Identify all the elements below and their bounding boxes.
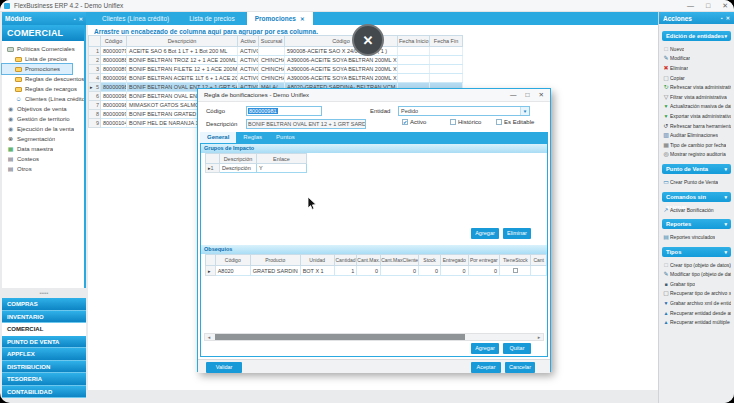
module-button[interactable]: INVENTARIO	[2, 311, 86, 324]
module-button[interactable]: DISTRIBUCION	[2, 361, 86, 374]
document-tab[interactable]: Promociones ✕	[247, 12, 313, 25]
dialog-maximize-button[interactable]: □	[526, 91, 530, 99]
module-button[interactable]: CONTABILIDAD	[2, 386, 86, 399]
column-header[interactable]: Entregado	[441, 255, 469, 266]
tree-item[interactable]: Segmentación	[2, 134, 84, 144]
action-item[interactable]: Exportar vista administrativa	[662, 111, 731, 121]
panel-splitter[interactable]: •••••	[2, 289, 86, 297]
action-item[interactable]: Tipo de cambio por fecha	[662, 140, 731, 150]
document-tab[interactable]: Clientes (Línea crédito)	[94, 12, 181, 25]
tree-item[interactable]: Gestión de territorio	[2, 114, 84, 124]
checkbox-icon[interactable]	[496, 119, 502, 125]
tree-item[interactable]: Clientes (Línea crédito)	[2, 94, 84, 104]
dialog-tab[interactable]: Puntos	[269, 132, 302, 143]
accept-button[interactable]: Aceptar	[471, 362, 501, 373]
column-header[interactable]: Cantidad	[334, 255, 357, 266]
action-item[interactable]: Filtrar vista administrativa	[662, 92, 731, 102]
action-item[interactable]: Crear Punto de Venta	[662, 177, 731, 187]
es-editable-checkbox[interactable]: Es Editable	[496, 119, 534, 125]
tree-item[interactable]: Otros	[2, 164, 84, 174]
checkbox-icon[interactable]	[513, 268, 518, 273]
table-row[interactable]: 1 ▸ Descripción Y	[206, 164, 307, 173]
action-item[interactable]: Modificar tipo (objeto de datos)	[662, 270, 731, 280]
action-item[interactable]: Copiar	[662, 73, 731, 83]
pin-icon[interactable]: ▪	[721, 15, 723, 21]
cancel-button[interactable]: Cancelar	[505, 362, 535, 373]
module-button[interactable]: PUNTO DE VENTA	[2, 336, 86, 349]
action-item[interactable]: Actualización masiva de datos	[662, 102, 731, 112]
action-item[interactable]: Refrescar vista administrativa	[662, 82, 731, 92]
column-header[interactable]: Cant.MaxCliente	[381, 255, 419, 266]
table-row[interactable]: 4 800000980 BONIF BELTRAN ACEITE 1LT 6 +…	[89, 74, 463, 83]
action-item[interactable]: Activar Bonificación	[662, 205, 731, 215]
section-header-comandos[interactable]: Comandos sin asignar▾	[662, 192, 731, 202]
action-item[interactable]: Nuevo	[662, 44, 731, 54]
tab-close-icon[interactable]: ✕	[300, 16, 305, 22]
column-header[interactable]: Descripción	[220, 154, 257, 164]
tree-item[interactable]: Promociones	[2, 64, 72, 74]
codigo-field[interactable]: 800000981	[246, 106, 322, 116]
horizontal-scrollbar[interactable]: ◂ ▸	[204, 333, 544, 341]
column-header[interactable]: Sucursal	[259, 36, 285, 47]
activo-checkbox[interactable]: ✔ Activo	[402, 119, 426, 125]
dialog-tab[interactable]: Reglas	[236, 132, 269, 143]
scroll-left-icon[interactable]: ◂	[205, 334, 213, 340]
action-item[interactable]: Mostrar registro auditoría	[662, 150, 731, 160]
column-header[interactable]: Fecha Inicio	[398, 36, 430, 47]
dialog-minimize-button[interactable]: —	[510, 91, 517, 99]
dialog-close-button[interactable]: ✕	[539, 91, 544, 99]
section-header-reportes[interactable]: Reportes▾	[662, 219, 731, 229]
action-item[interactable]: Auditar Eliminaciones	[662, 130, 731, 140]
tree-item[interactable]: Reglas de recargos	[2, 84, 84, 94]
historico-checkbox[interactable]: Histórico	[450, 119, 481, 125]
action-item[interactable]: Modificar	[662, 54, 731, 64]
column-header[interactable]: Cant.Max.	[357, 255, 381, 266]
section-header-tipos[interactable]: Tipos▾	[662, 247, 731, 257]
gifts-add-button[interactable]: Agregar	[471, 343, 499, 354]
column-header[interactable]: Descripción	[127, 36, 238, 47]
module-button[interactable]: TESORERIA	[2, 373, 86, 386]
validate-button[interactable]: Validar	[206, 362, 242, 373]
module-button[interactable]: COMPRAS	[2, 298, 86, 311]
overlay-close-button[interactable]: ✕	[352, 24, 384, 56]
checkbox-icon[interactable]	[450, 119, 456, 125]
section-header-edicion[interactable]: Edición de entidades▾	[662, 31, 731, 41]
tree-item[interactable]: Reglas de descuentos	[2, 74, 84, 84]
action-item[interactable]: Reportes vinculados	[662, 232, 731, 242]
column-header[interactable]: Código	[101, 36, 127, 47]
table-row[interactable]: 1 800000791 ACEITE SAO 6 Bot 1 LT + 1 Bo…	[89, 47, 463, 56]
table-row[interactable]: ▸ A8020 GRATED SARDIN BOT X 1 1 0 0 0 0 …	[206, 266, 547, 276]
document-tab[interactable]: Lista de precios	[181, 12, 247, 25]
column-header[interactable]: Activo	[238, 36, 259, 47]
cell-enlace[interactable]: Y	[257, 164, 307, 173]
tree-item[interactable]: Lista de precios	[2, 54, 84, 64]
impact-delete-button[interactable]: Eliminar	[503, 228, 531, 239]
module-button[interactable]: COMERCIAL	[2, 323, 86, 336]
table-row[interactable]: 3 800000895 BONIF BELTRAN FILETE 12 + 1 …	[89, 65, 463, 74]
column-header[interactable]: Por entregar	[468, 255, 500, 266]
pin-icon[interactable]: ▪	[74, 16, 76, 22]
gifts-remove-button[interactable]: Quitar	[503, 343, 531, 354]
column-header[interactable]: Fecha Fin	[430, 36, 463, 47]
minimize-button[interactable]: —	[687, 1, 694, 11]
column-header[interactable]: TieneStock	[500, 255, 531, 266]
descripcion-field[interactable]: BONIF BELTRAN OVAL ENT 12 + 1 GRT SARD	[246, 119, 366, 129]
tree-item[interactable]: Data maestra	[2, 144, 84, 154]
action-item[interactable]: Grabar tipo	[662, 279, 731, 289]
close-button[interactable]: ✕	[722, 1, 728, 11]
tree-item[interactable]: Ejecución de la venta	[2, 124, 84, 134]
tree-item[interactable]: Objetivos de venta	[2, 104, 84, 114]
module-button[interactable]: APPFLEX	[2, 348, 86, 361]
column-header[interactable]: Unidad	[300, 255, 334, 266]
column-header[interactable]: Stock	[419, 255, 441, 266]
column-header[interactable]: Código	[215, 255, 250, 266]
modules-close-icon[interactable]: ✕	[79, 16, 83, 22]
dialog-tab[interactable]: General	[200, 132, 236, 143]
action-item[interactable]: Recuperar entidad múltiple des...	[662, 317, 731, 327]
cell-descripcion[interactable]: Descripción	[220, 164, 257, 173]
scroll-right-icon[interactable]: ▸	[535, 334, 543, 340]
action-item[interactable]: Recuperar tipo de archivo xml	[662, 289, 731, 299]
column-header[interactable]: Cant	[531, 255, 547, 266]
column-header[interactable]: Producto	[250, 255, 300, 266]
scrollbar-thumb[interactable]	[215, 334, 465, 340]
